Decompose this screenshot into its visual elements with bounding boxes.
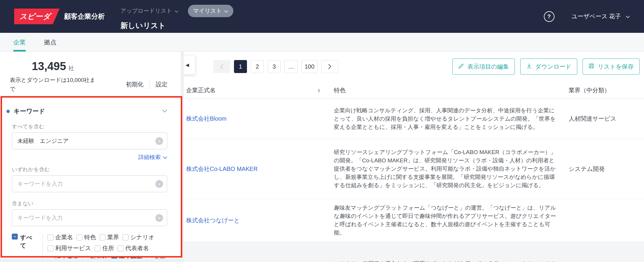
scope-company-name[interactable]: 企業名: [48, 233, 73, 241]
download-icon: [526, 63, 532, 70]
checkbox-icon: [146, 256, 152, 259]
tab-locations[interactable]: 拠点: [44, 38, 56, 51]
result-count: 13,495: [32, 60, 66, 72]
table-row: 株式会社Bloom 企業向け戦略コンサルティング、採用、人事関連のデータ分析、中…: [184, 99, 644, 139]
table-header: 企業正式名 ▲▼ 特色 業界（中分類）: [184, 82, 644, 99]
tab-companies[interactable]: 企業: [13, 38, 26, 51]
divider: [43, 233, 43, 258]
pencil-icon: [458, 63, 464, 70]
collapse-panel-button[interactable]: ◀: [184, 56, 195, 75]
results-card: ◀ 1 2 3 … 100 表示項目の編集 ダウンロード: [184, 52, 644, 262]
page-button-100[interactable]: 100: [301, 60, 318, 73]
feature-cell: ソフトウェア開発や導入および運用サポートなどを行っている他、スマートフォンやタブ…: [334, 255, 569, 262]
scope-corporate-number[interactable]: 法人番号: [48, 255, 79, 258]
scope-parent-company[interactable]: 親会社: [82, 255, 108, 258]
feature-cell: 企業向け戦略コンサルティング、採用、人事関連のデータ分析、中途採用を行う企業にと…: [334, 102, 569, 136]
reset-filters-button[interactable]: 初期化: [126, 80, 144, 88]
page-title: 新しいリスト: [121, 21, 233, 30]
column-header-industry: 業界（中分類）: [569, 86, 644, 94]
filter-settings-button[interactable]: 設定: [156, 80, 167, 88]
chevron-down-icon: [163, 154, 167, 161]
filter-panel: 13,495社 表示とダウンロードは10,000社まで 初期化 設定 キーワード…: [0, 52, 181, 258]
checkbox-icon: [48, 234, 53, 240]
my-list-label: マイリスト: [193, 7, 222, 15]
sort-icon[interactable]: ▲▼: [317, 88, 321, 93]
collapse-section-chevron-icon[interactable]: [162, 109, 167, 114]
page-button-3[interactable]: 3: [268, 60, 281, 73]
checkbox-checked-icon: ✓: [111, 256, 117, 259]
keyword-section-title: キーワード: [14, 107, 45, 115]
chevron-down-icon: [175, 8, 178, 14]
panel-gap: [181, 52, 184, 262]
clear-input-icon[interactable]: ×: [155, 137, 163, 145]
page-button-1[interactable]: 1: [234, 60, 247, 73]
company-link[interactable]: 株式会社Co-LABO MAKER: [186, 166, 258, 172]
scope-industry[interactable]: 業界: [100, 233, 119, 241]
edit-columns-button[interactable]: 表示項目の編集: [452, 59, 515, 75]
checkbox-icon: [48, 256, 53, 259]
scope-address[interactable]: 住所: [95, 244, 114, 252]
include-all-input[interactable]: [12, 132, 167, 149]
feature-cell: 趣味友マッチングプラットフォーム「つなげーと」の運営。「つなげーと」は、リアルな…: [334, 199, 569, 242]
include-all-label: すべてを含む: [12, 123, 167, 130]
industry-cell: 人材関連サービス: [569, 115, 644, 123]
scope-job-info[interactable]: ✓求人情報: [111, 255, 143, 258]
checkbox-indeterminate-icon: −: [12, 234, 18, 240]
scope-services[interactable]: 利用サービス: [48, 244, 91, 252]
product-name: 顧客企業分析: [64, 12, 105, 21]
limit-note: 表示とダウンロードは10,000社まで: [10, 76, 96, 93]
checkbox-icon: [118, 245, 123, 251]
company-link[interactable]: 株式会社つなげーと: [186, 217, 240, 224]
scope-feature[interactable]: 特色: [77, 233, 96, 241]
brand-logo: スピーダ 顧客企業分析: [14, 9, 105, 24]
upload-list-label: アップロードリスト: [121, 7, 172, 15]
chevron-down-icon: [626, 13, 630, 20]
clear-input-icon[interactable]: ×: [155, 180, 163, 188]
column-header-name: 企業正式名: [186, 86, 216, 94]
exclude-label: 含まない: [12, 200, 167, 207]
top-navbar: スピーダ 顧客企業分析 アップロードリスト マイリスト 新しいリスト ? ユーザ…: [0, 0, 644, 33]
include-any-label: いずれかを含む: [12, 166, 167, 173]
scope-scenario[interactable]: シナリオ: [123, 233, 155, 241]
save-list-button[interactable]: リストを保存: [583, 59, 640, 75]
triangle-left-icon: ◀: [186, 62, 189, 68]
page-button-2[interactable]: 2: [251, 60, 264, 73]
advanced-search-link[interactable]: 詳細検索: [138, 153, 167, 161]
divider: [149, 80, 150, 90]
upload-list-dropdown[interactable]: アップロードリスト: [121, 7, 178, 15]
keyword-filter-section: キーワード すべてを含む × 詳細検索 いずれかを含む: [0, 107, 181, 258]
table-row-hovered: アイデックス株式会社 ソフトウェア開発や導入および運用サポートなどを行っている他…: [184, 242, 644, 262]
my-list-dropdown[interactable]: マイリスト: [188, 5, 233, 17]
download-button[interactable]: ダウンロード: [520, 59, 577, 75]
clear-input-icon[interactable]: ×: [155, 214, 163, 222]
industry-cell: システム開発: [569, 165, 644, 173]
checkbox-icon: [82, 256, 88, 259]
chevron-down-icon: [224, 8, 228, 14]
exclude-input[interactable]: [12, 209, 167, 226]
scope-all-checkbox[interactable]: − すべて: [12, 233, 38, 258]
table-row: 株式会社つなげーと 趣味友マッチングプラットフォーム「つなげーと」の運営。「つな…: [184, 199, 644, 242]
checkbox-icon: [48, 245, 53, 251]
speeda-logo: スピーダ: [14, 9, 60, 24]
scope-representative[interactable]: 代表者名: [118, 244, 149, 252]
company-link[interactable]: 株式会社Bloom: [186, 115, 227, 122]
result-count-unit: 社: [69, 65, 74, 71]
table-row: 株式会社Co-LABO MAKER 研究リソースシェアリングプラットフォーム「C…: [184, 139, 644, 199]
column-header-feature: 特色: [334, 86, 569, 94]
checkbox-icon: [100, 234, 105, 240]
user-menu[interactable]: ユーザベース 花子: [572, 12, 630, 20]
include-any-input[interactable]: [12, 175, 167, 192]
help-icon[interactable]: ?: [544, 11, 554, 22]
next-page-button[interactable]: [321, 60, 338, 73]
user-name: ユーザベース 花子: [572, 12, 621, 20]
checkbox-icon: [77, 234, 82, 240]
active-filter-dot: [6, 110, 10, 113]
prev-page-button[interactable]: [213, 60, 230, 73]
pagination: 1 2 3 … 100: [213, 60, 338, 73]
tab-bar: 企業 拠点: [0, 33, 644, 52]
company-table: 企業正式名 ▲▼ 特色 業界（中分類） 株式会社Bloom 企業向け戦略コンサル…: [184, 82, 644, 262]
checkbox-icon: [123, 234, 129, 240]
page-ellipsis[interactable]: …: [284, 60, 297, 73]
save-icon: [588, 63, 594, 70]
scope-securities-report[interactable]: 有報: [146, 255, 166, 258]
